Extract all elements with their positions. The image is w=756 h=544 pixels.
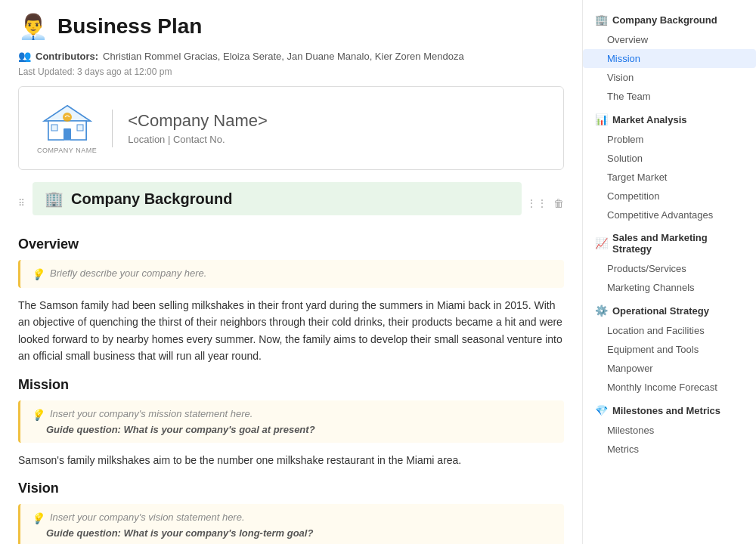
sidebar-sales-label: Sales and Marketing Strategy xyxy=(612,232,744,255)
contributors-icon: 👥 xyxy=(18,50,31,62)
sidebar-item-vision[interactable]: Vision xyxy=(583,68,756,87)
sidebar-operational-label: Operational Strategy xyxy=(612,305,709,317)
sidebar-item-mission[interactable]: Mission xyxy=(583,49,756,68)
company-logo-area: COMPANY NAME xyxy=(37,102,97,154)
sidebar-section-milestones-metrics: 💎 Milestones and Metrics Milestones Metr… xyxy=(583,400,756,459)
vision-hint-guide: Guide question: What is your company's l… xyxy=(31,527,553,539)
sidebar-company-label: Company Background xyxy=(612,14,717,26)
mission-body: Samson's family milkshakes aim to be the… xyxy=(18,452,564,468)
sidebar-item-competitive-advantages[interactable]: Competitive Advantages xyxy=(583,206,756,224)
sidebar-section-header-milestones-metrics[interactable]: 💎 Milestones and Metrics xyxy=(583,400,756,421)
last-updated: Last Updated: 3 days ago at 12:00 pm xyxy=(0,65,582,86)
svg-rect-4 xyxy=(51,125,57,131)
overview-heading: Overview xyxy=(18,236,564,252)
page-title: Business Plan xyxy=(57,14,202,39)
company-name: <Company Name> xyxy=(128,111,268,131)
right-sidebar: 🏢 Company Background Overview Mission Vi… xyxy=(582,0,756,544)
overview-hint-box: 💡 Briefly describe your company here. xyxy=(18,260,564,288)
sidebar-item-products-services[interactable]: Products/Services xyxy=(583,259,756,278)
svg-rect-3 xyxy=(64,128,71,140)
section-header-company-background: 🏢 Company Background xyxy=(33,182,522,215)
sidebar-section-header-company-background[interactable]: 🏢 Company Background xyxy=(583,9,756,30)
sidebar-section-operational-strategy: ⚙️ Operational Strategy Location and Fac… xyxy=(583,300,756,397)
section-icon: 🏢 xyxy=(45,190,64,208)
mission-heading: Mission xyxy=(18,377,564,393)
vision-heading: Vision xyxy=(18,481,564,496)
sidebar-item-marketing-channels[interactable]: Marketing Channels xyxy=(583,278,756,297)
hint-icon-vision: 💡 xyxy=(31,512,44,524)
meta-row: 👥 Contributors: Christian Rommel Gracias… xyxy=(0,47,582,65)
sidebar-operational-icon: ⚙️ xyxy=(595,304,608,317)
sidebar-item-monthly-income[interactable]: Monthly Income Forecast xyxy=(583,378,756,397)
delete-icon[interactable]: 🗑 xyxy=(553,197,564,209)
mission-hint-line: 💡 Insert your company's mission statemen… xyxy=(31,408,553,421)
vision-hint-box: 💡 Insert your company's vision statement… xyxy=(18,504,564,544)
vision-hint-line: 💡 Insert your company's vision statement… xyxy=(31,512,553,524)
company-contact: Location | Contact No. xyxy=(128,134,268,145)
main-content: 👨‍💼 Business Plan 👥 Contributors: Christ… xyxy=(0,0,582,544)
sidebar-market-icon: 📊 xyxy=(595,113,608,125)
mission-hint-text: Insert your company's mission statement … xyxy=(50,408,253,419)
sidebar-company-icon: 🏢 xyxy=(595,14,608,26)
sidebar-section-header-sales-marketing[interactable]: 📈 Sales and Marketing Strategy xyxy=(583,227,756,259)
sidebar-milestones-label: Milestones and Metrics xyxy=(612,405,720,416)
sidebar-item-metrics[interactable]: Metrics xyxy=(583,440,756,459)
sidebar-section-header-operational-strategy[interactable]: ⚙️ Operational Strategy xyxy=(583,300,756,321)
sidebar-milestones-icon: 💎 xyxy=(595,404,608,416)
company-card: COMPANY NAME <Company Name> Location | C… xyxy=(18,86,564,170)
company-logo-svg xyxy=(41,102,94,144)
contributors-label: Contributors: xyxy=(36,51,98,62)
sidebar-sales-icon: 📈 xyxy=(595,237,608,249)
sidebar-item-overview[interactable]: Overview xyxy=(583,30,756,49)
svg-rect-5 xyxy=(77,125,83,131)
sidebar-item-target-market[interactable]: Target Market xyxy=(583,168,756,187)
overview-hint-text: Briefly describe your company here. xyxy=(50,267,206,279)
mission-hint-box: 💡 Insert your company's mission statemen… xyxy=(18,400,564,443)
sidebar-item-problem[interactable]: Problem xyxy=(583,130,756,149)
sidebar-item-solution[interactable]: Solution xyxy=(583,149,756,168)
page-header: 👨‍💼 Business Plan xyxy=(0,0,582,47)
sidebar-section-market-analysis: 📊 Market Analysis Problem Solution Targe… xyxy=(583,109,756,224)
sidebar-item-the-team[interactable]: The Team xyxy=(583,87,756,106)
sidebar-market-label: Market Analysis xyxy=(612,114,687,125)
company-divider xyxy=(112,110,113,147)
svg-point-6 xyxy=(63,113,72,122)
vision-hint-text: Insert your company's vision statement h… xyxy=(50,512,245,523)
sidebar-section-sales-marketing: 📈 Sales and Marketing Strategy Products/… xyxy=(583,227,756,297)
mission-hint-guide: Guide question: What is your company's g… xyxy=(31,424,553,435)
page-title-icon: 👨‍💼 xyxy=(18,12,48,41)
sidebar-item-competition[interactable]: Competition xyxy=(583,187,756,206)
sidebar-item-equipment-tools[interactable]: Equipment and Tools xyxy=(583,340,756,359)
overview-body: The Samson family had been selling milks… xyxy=(18,297,564,365)
more-options-icon[interactable]: ⋮⋮ xyxy=(526,197,547,209)
company-info: <Company Name> Location | Contact No. xyxy=(128,111,268,145)
sidebar-item-location-facilities[interactable]: Location and Facilities xyxy=(583,321,756,340)
contributors-list: Christian Rommel Gracias, Eloiza Serate,… xyxy=(103,51,464,62)
sidebar-section-header-market-analysis[interactable]: 📊 Market Analysis xyxy=(583,109,756,130)
section-title: Company Background xyxy=(71,190,232,208)
sidebar-item-manpower[interactable]: Manpower xyxy=(583,359,756,378)
hint-icon-mission: 💡 xyxy=(31,409,44,421)
hint-icon-overview: 💡 xyxy=(31,268,44,280)
company-background-section: ⠿ 🏢 Company Background ⋮⋮ 🗑 Overview 💡 B… xyxy=(0,182,582,544)
sidebar-item-milestones[interactable]: Milestones xyxy=(583,421,756,440)
overview-hint-line: 💡 Briefly describe your company here. xyxy=(31,267,553,280)
sidebar-section-company-background: 🏢 Company Background Overview Mission Vi… xyxy=(583,9,756,106)
drag-handle[interactable]: ⠿ xyxy=(18,198,25,209)
company-logo-label: COMPANY NAME xyxy=(37,147,97,154)
